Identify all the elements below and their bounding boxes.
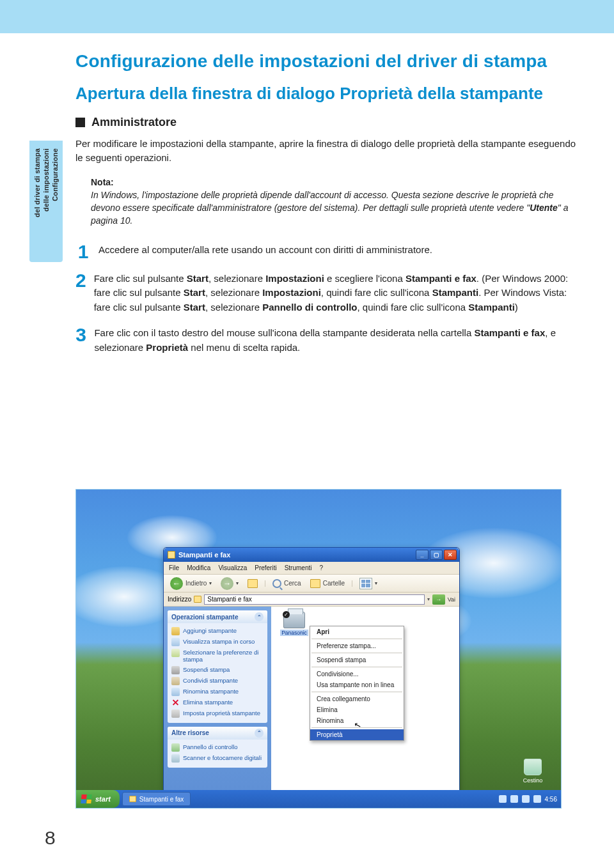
link-scanners[interactable]: Scanner e fotocamere digitali: [171, 753, 264, 764]
printer-folder-icon: [168, 551, 175, 559]
clock: 4:56: [545, 796, 557, 803]
menu-view[interactable]: Visualizza: [218, 564, 247, 571]
windows-logo-icon: [445, 562, 457, 573]
menu-file[interactable]: File: [169, 564, 179, 571]
ctx-pause[interactable]: Sospendi stampa: [310, 655, 404, 665]
ctx-preferences[interactable]: Preferenze stampa...: [310, 640, 404, 651]
task-view-queue[interactable]: Visualizza stampa in corso: [171, 637, 264, 647]
maximize-button[interactable]: ▢: [430, 550, 443, 560]
rename-icon: [171, 688, 180, 696]
intro-text: Per modificare le impostazioni della sta…: [75, 137, 581, 166]
task-pause[interactable]: Sospendi stampa: [171, 665, 264, 676]
collapse-icon[interactable]: ⌃: [255, 729, 264, 738]
panel-printer-tasks: Operazioni stampante⌃ Aggiungi stampante…: [168, 610, 267, 723]
note-body-1: In Windows, l'impostazione delle proprie…: [91, 190, 554, 213]
sidetab-line1: del driver di stampa: [33, 148, 41, 217]
view-button[interactable]: ▾: [357, 577, 380, 590]
start-label: start: [95, 795, 111, 803]
address-input[interactable]: [204, 594, 424, 605]
task-preferences[interactable]: Selezionare la preferenze di stampa: [171, 647, 264, 665]
step3-text: Fare clic con il tasto destro del mouse …: [94, 326, 581, 355]
task-icon: [129, 796, 136, 802]
titlebar[interactable]: Stampanti e fax _ ▢ ✕: [164, 548, 459, 562]
back-button[interactable]: ←Indietro ▾: [168, 577, 214, 591]
sidetab-line2: delle impostazioni: [42, 148, 50, 212]
admin-line: Amministratore: [75, 116, 581, 129]
go-button[interactable]: →: [432, 594, 445, 605]
folder-icon: [194, 596, 201, 603]
share-icon: [171, 677, 180, 685]
task-properties[interactable]: Imposta proprietà stampante: [171, 708, 264, 719]
ctx-share[interactable]: Condivisione...: [310, 669, 404, 679]
menubar: File Modifica Visualizza Preferiti Strum…: [164, 562, 459, 575]
menu-tools[interactable]: Strumenti: [285, 564, 312, 571]
printer-item[interactable]: ✓ Panasonic: [280, 612, 308, 644]
explorer-window: Stampanti e fax _ ▢ ✕ File Modifica Visu…: [163, 547, 460, 809]
go-label: Vai: [448, 596, 455, 603]
task-label: Stampanti e fax: [139, 796, 184, 803]
search-icon: [272, 579, 281, 588]
close-button[interactable]: ✕: [444, 550, 457, 560]
start-button[interactable]: start: [76, 790, 120, 808]
tray-icon[interactable]: [522, 795, 530, 803]
side-pane: Operazioni stampante⌃ Aggiungi stampante…: [164, 607, 271, 798]
folders-button[interactable]: Cartelle: [308, 578, 347, 589]
taskbar-task[interactable]: Stampanti e fax: [122, 792, 191, 806]
tray-icon[interactable]: [499, 795, 507, 803]
folder-icon: [310, 579, 320, 588]
ctx-open[interactable]: Apri: [310, 626, 404, 637]
ctx-properties[interactable]: Proprietà: [310, 729, 404, 740]
toolbar: ←Indietro ▾ →▾ | Cerca Cartelle | ▾: [164, 575, 459, 593]
link-control-panel[interactable]: Pannello di controllo: [171, 742, 264, 753]
tray-icon[interactable]: [533, 795, 541, 803]
menu-favorites[interactable]: Preferiti: [255, 564, 276, 571]
screenshot-desktop: Cestino Stampanti e fax _ ▢ ✕ File Modif…: [75, 489, 562, 809]
collapse-icon[interactable]: ⌃: [255, 612, 264, 621]
sidetab-line3: Configurazione: [51, 148, 59, 201]
address-bar: Indirizzo ▾ → Vai: [164, 593, 459, 607]
step-number-1: 1: [75, 243, 91, 260]
window-title: Stampanti e fax: [178, 551, 230, 559]
menu-help[interactable]: ?: [319, 564, 323, 571]
ctx-offline[interactable]: Usa stampante non in linea: [310, 679, 404, 690]
side-tab: del driver di stampa delle impostazioni …: [29, 141, 63, 262]
ctx-delete[interactable]: Elimina: [310, 704, 404, 715]
taskbar: start Stampanti e fax 4:56: [76, 790, 561, 808]
properties-icon: [171, 709, 180, 718]
task-rename[interactable]: Rinomina stampante: [171, 686, 264, 697]
note-block: Nota: In Windows, l'impostazione delle p…: [91, 176, 581, 228]
system-tray: 4:56: [499, 790, 557, 808]
control-panel-icon: [171, 743, 180, 752]
windows-flag-icon: [81, 794, 91, 803]
recycle-bin[interactable]: Cestino: [520, 759, 546, 784]
menu-edit[interactable]: Modifica: [187, 564, 210, 571]
step-number-2: 2: [75, 272, 86, 315]
steps: 1 Accedere al computer/alla rete usando …: [75, 243, 581, 355]
admin-label: Amministratore: [91, 116, 177, 129]
ctx-shortcut[interactable]: Crea collegamento: [310, 694, 404, 704]
task-add-printer[interactable]: Aggiungi stampante: [171, 626, 264, 637]
pause-icon: [171, 666, 180, 674]
step1-text: Accedere al computer/alla rete usando un…: [98, 243, 432, 260]
main-pane[interactable]: ✓ Panasonic Apri Preferenze stampa... So…: [271, 607, 459, 798]
minimize-button[interactable]: _: [416, 550, 429, 560]
task-share[interactable]: Condividi stampante: [171, 676, 264, 686]
address-label: Indirizzo: [168, 596, 191, 603]
forward-button[interactable]: →▾: [218, 577, 241, 591]
folder-up-icon: [248, 579, 258, 588]
view-icon: [359, 578, 372, 589]
recycle-bin-label: Cestino: [523, 777, 543, 784]
panel-other-resources: Altre risorse⌃ Pannello di controllo Sca…: [168, 727, 267, 768]
search-button[interactable]: Cerca: [270, 578, 304, 589]
delete-icon: [171, 699, 180, 707]
content: Configurazione delle impostazioni del dr…: [75, 51, 581, 366]
default-check-icon: ✓: [283, 611, 290, 618]
page-top-band: [0, 0, 614, 33]
up-button[interactable]: [245, 578, 260, 589]
tray-icon[interactable]: [510, 795, 518, 803]
recycle-bin-icon: [524, 759, 542, 775]
preferences-icon: [171, 649, 180, 657]
step2-text: Fare clic sul pulsante Start, selezionar…: [94, 272, 581, 315]
task-delete[interactable]: Elimina stampante: [171, 697, 264, 708]
scanner-icon: [171, 754, 180, 763]
